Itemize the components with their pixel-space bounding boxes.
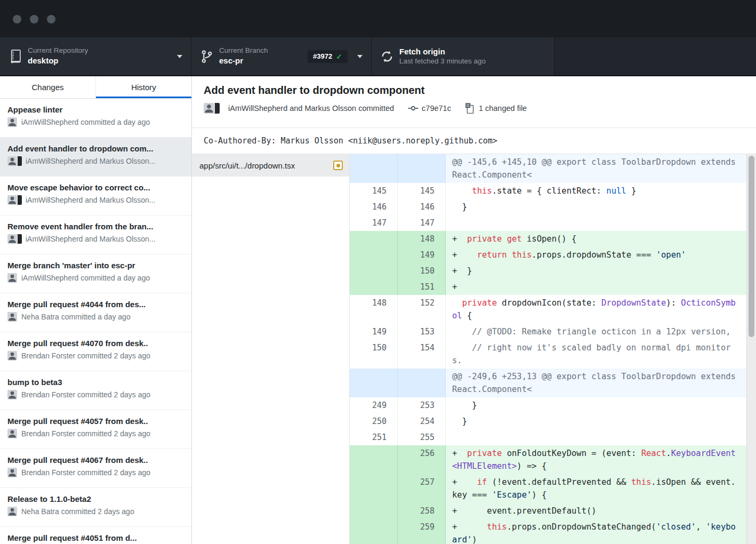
diff-line-content: + event.preventDefault() xyxy=(446,503,746,519)
traffic-lights xyxy=(13,15,55,23)
new-line-number: 154 xyxy=(398,340,446,369)
pr-number: #3972 xyxy=(313,52,332,60)
new-line-number: 146 xyxy=(398,199,446,215)
avatar xyxy=(7,156,21,166)
commit-list-item[interactable]: Merge branch 'master' into esc-priAmWill… xyxy=(0,254,191,293)
new-line-number: 258 xyxy=(398,503,446,519)
commit-hash[interactable]: c79e71c xyxy=(422,104,451,113)
pr-status-badge[interactable]: #3972 ✓ xyxy=(308,50,348,63)
commit-list-item[interactable]: bump to beta3Brendan Forster committed 2… xyxy=(0,371,191,410)
commit-list-item[interactable]: Move escape behavior to correct co...iAm… xyxy=(0,177,191,215)
commit-list-item[interactable]: Remove event handler from the bran...iAm… xyxy=(0,215,191,254)
diff-line-content: + this.props.onDropdownStateChanged('clo… xyxy=(446,519,746,544)
sidebar-tabbar: Changes History xyxy=(0,76,191,99)
commit-item-meta: Brendan Forster committed 2 days ago xyxy=(7,390,184,399)
old-line-number xyxy=(350,231,398,247)
commit-item-meta-text: iAmWillShepherd and Markus Olsson... xyxy=(26,235,156,243)
diff-view: @@ -145,6 +145,10 @@ export class Toolba… xyxy=(350,154,756,544)
commit-list-item[interactable]: Merge pull request #4057 from desk..Bren… xyxy=(0,410,191,449)
commit-item-title: Move escape behavior to correct co... xyxy=(7,183,184,192)
new-line-number: 147 xyxy=(398,215,446,231)
commit-list-item[interactable]: Add event handler to dropdown com...iAmW… xyxy=(0,138,191,177)
tab-changes[interactable]: Changes xyxy=(0,76,96,98)
diff-scrollbar-thumb[interactable] xyxy=(749,156,754,337)
commit-item-meta: iAmWillShepherd and Markus Olsson... xyxy=(7,156,184,166)
new-line-number: 259 xyxy=(398,519,446,544)
changed-files-panel: app/src/ui/t.../dropdown.tsx xyxy=(192,154,350,544)
commit-item-title: Merge pull request #4070 from desk.. xyxy=(7,339,184,348)
diff-line: 251255 xyxy=(350,429,746,445)
avatar xyxy=(7,234,17,244)
commit-item-title: Merge branch 'master' into esc-pr xyxy=(7,261,184,270)
diff-line-content: + private get isOpen() { xyxy=(446,231,746,247)
current-repository-label: Current Repository xyxy=(28,46,88,55)
commit-list-item[interactable]: Merge pull request #4067 from desk..Bren… xyxy=(0,449,191,488)
diff-scrollbar[interactable] xyxy=(746,154,756,544)
minimize-button[interactable] xyxy=(30,15,38,23)
avatar xyxy=(7,234,21,244)
fetch-origin-button[interactable]: Fetch origin Last fetched 3 minutes ago xyxy=(372,37,554,75)
avatar xyxy=(7,351,17,361)
check-icon: ✓ xyxy=(336,52,342,61)
diff-line: 151+ xyxy=(350,279,746,295)
tab-history[interactable]: History xyxy=(96,76,191,98)
commit-item-meta-text: Brendan Forster committed 2 days ago xyxy=(21,390,150,399)
commit-item-meta: Brendan Forster committed 2 days ago xyxy=(7,429,184,438)
old-line-number xyxy=(350,474,398,503)
commit-description: Co-Authored-By: Markus Olsson <niik@user… xyxy=(192,128,756,154)
new-line-number xyxy=(398,369,446,397)
diff-hunk-header: @@ -249,6 +253,13 @@ export class Toolba… xyxy=(350,369,746,397)
old-line-number xyxy=(350,263,398,279)
new-line-number: 153 xyxy=(398,324,446,340)
commit-list-item[interactable]: Merge pull request #4070 from desk..Bren… xyxy=(0,332,191,371)
diff-line-content xyxy=(446,429,746,445)
diff-line-content: + return this.props.dropdownState === 'o… xyxy=(446,247,746,263)
diff-line: 258+ event.preventDefault() xyxy=(350,503,746,519)
commit-item-meta: iAmWillShepherd committed a day ago xyxy=(7,117,184,127)
commit-item-meta: Brendan Forster committed 2 days ago xyxy=(7,351,184,361)
old-line-number: 250 xyxy=(350,413,398,429)
diff-line: 148152 private dropdownIcon(state: Dropd… xyxy=(350,295,746,324)
new-line-number: 253 xyxy=(398,397,446,413)
zoom-button[interactable] xyxy=(47,15,55,23)
current-repository-button[interactable]: Current Repository desktop xyxy=(0,37,191,75)
old-line-number: 149 xyxy=(350,324,398,340)
diff-line-content: + xyxy=(446,279,746,295)
fetch-origin-title: Fetch origin xyxy=(399,47,486,57)
diff-line-content: // @TODO: Remake triangle octicon in a 1… xyxy=(446,324,746,340)
commit-item-meta-text: iAmWillShepherd committed a day ago xyxy=(21,118,150,126)
commit-list-item[interactable]: Merge pull request #4051 from d... xyxy=(0,527,191,544)
diff-line: 256+ private onFoldoutKeyDown = (event: … xyxy=(350,445,746,474)
current-branch-button[interactable]: Current Branch esc-pr #3972 ✓ xyxy=(191,37,372,75)
new-line-number: 150 xyxy=(398,263,446,279)
commit-item-title: Merge pull request #4051 from d... xyxy=(7,533,184,542)
commit-item-meta: iAmWillShepherd and Markus Olsson... xyxy=(7,234,184,244)
commit-item-meta-text: Neha Batra committed 2 days ago xyxy=(21,507,134,516)
diff-line: 149153 // @TODO: Remake triangle octicon… xyxy=(350,324,746,340)
commit-list-item[interactable]: Merge pull request #4044 from des...Neha… xyxy=(0,293,191,332)
commit-item-meta: Neha Batra committed a day ago xyxy=(7,312,184,322)
new-line-number: 151 xyxy=(398,279,446,295)
diff-line-content: @@ -145,6 +145,10 @@ export class Toolba… xyxy=(446,154,746,183)
avatar xyxy=(7,351,17,361)
diff-line-content: } xyxy=(446,397,746,413)
diff-line: 259+ this.props.onDropdownStateChanged('… xyxy=(350,519,746,544)
current-repository-value: desktop xyxy=(28,56,88,66)
diff-line-content: // right now it's scaled badly on normal… xyxy=(446,340,746,369)
commit-item-meta-text: Brendan Forster committed 2 days ago xyxy=(21,429,150,438)
current-branch-label: Current Branch xyxy=(219,46,268,55)
sync-icon xyxy=(380,50,394,63)
diff-line-content xyxy=(446,215,746,231)
close-button[interactable] xyxy=(13,15,21,23)
file-list-item[interactable]: app/src/ui/t.../dropdown.tsx xyxy=(192,154,349,177)
repo-icon xyxy=(9,50,22,63)
git-commit-icon xyxy=(408,103,419,114)
avatar xyxy=(7,273,17,283)
commit-item-title: Appease linter xyxy=(7,105,184,114)
new-line-number: 145 xyxy=(398,183,446,199)
avatar xyxy=(204,103,214,114)
commit-list-item[interactable]: Appease linteriAmWillShepherd committed … xyxy=(0,99,191,138)
new-line-number: 254 xyxy=(398,413,446,429)
commit-list-item[interactable]: Release to 1.1.0-beta2Neha Batra committ… xyxy=(0,488,191,527)
avatar xyxy=(7,429,17,438)
